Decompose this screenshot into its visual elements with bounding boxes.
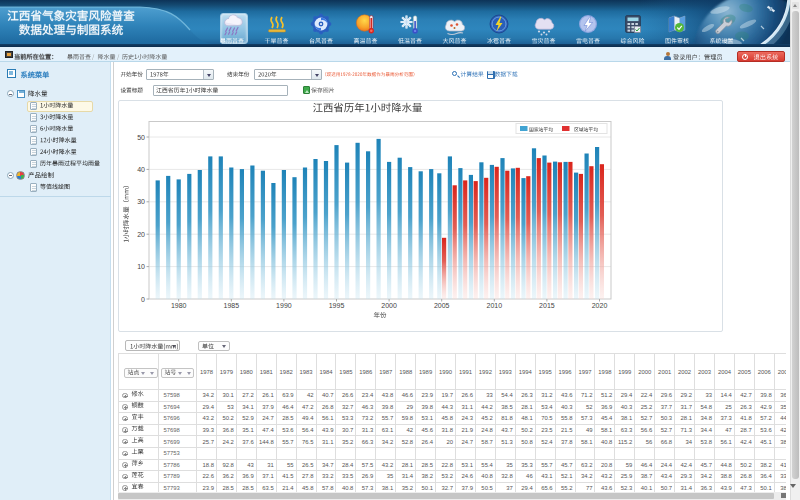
svg-text:2010: 2010: [487, 302, 503, 309]
svg-text:2005: 2005: [434, 302, 450, 309]
svg-text:20: 20: [137, 231, 145, 238]
svg-text:2020: 2020: [592, 302, 608, 309]
svg-text:30: 30: [137, 198, 145, 205]
svg-text:1980: 1980: [171, 302, 187, 309]
svg-text:2000: 2000: [381, 302, 397, 309]
svg-text:40: 40: [137, 166, 145, 173]
svg-text:1985: 1985: [224, 302, 240, 309]
svg-text:0: 0: [141, 296, 145, 303]
svg-text:2015: 2015: [539, 302, 555, 309]
svg-text:50: 50: [137, 134, 145, 141]
svg-text:1990: 1990: [276, 302, 292, 309]
svg-text:10: 10: [137, 263, 145, 270]
svg-text:1995: 1995: [329, 302, 345, 309]
